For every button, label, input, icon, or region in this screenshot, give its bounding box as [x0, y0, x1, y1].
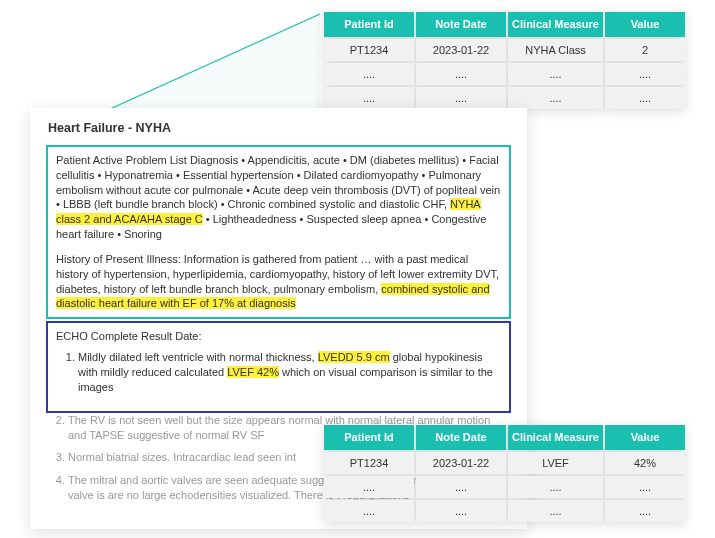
cell-measure: LVEF — [508, 452, 603, 474]
table-row: .... .... .... .... — [324, 63, 685, 85]
extracted-data-table-nyha: Patient Id Note Date Clinical Measure Va… — [322, 10, 687, 111]
document-title: Heart Failure - NYHA — [48, 120, 511, 137]
col-header-value: Value — [605, 425, 685, 450]
cell-value: 2 — [605, 39, 685, 61]
highlight-lvedd: LVEDD 5.9 cm — [318, 351, 390, 363]
source-region-problem-list: Patient Active Problem List Diagnosis • … — [46, 145, 511, 319]
table-row: PT1234 2023-01-22 NYHA Class 2 — [324, 39, 685, 61]
col-header-patient-id: Patient Id — [324, 425, 414, 450]
echo-header: ECHO Complete Result Date: — [56, 329, 501, 344]
cell-note-date: 2023-01-22 — [416, 452, 506, 474]
problem-list-text: Patient Active Problem List Diagnosis • … — [56, 154, 500, 211]
cell-measure: NYHA Class — [508, 39, 603, 61]
col-header-patient-id: Patient Id — [324, 12, 414, 37]
col-header-clinical-measure: Clinical Measure — [508, 12, 603, 37]
problem-list-paragraph: Patient Active Problem List Diagnosis • … — [56, 153, 501, 242]
cell-patient-id: PT1234 — [324, 452, 414, 474]
echo-finding-1: Mildly dilated left ventricle with norma… — [78, 350, 501, 395]
table-row: .... .... .... .... — [324, 87, 685, 109]
hpi-paragraph: History of Present Illness: Information … — [56, 252, 501, 311]
highlight-lvef: LVEF 42% — [227, 366, 279, 378]
col-header-clinical-measure: Clinical Measure — [508, 425, 603, 450]
cell-patient-id: PT1234 — [324, 39, 414, 61]
table-row: PT1234 2023-01-22 LVEF 42% — [324, 452, 685, 474]
col-header-value: Value — [605, 12, 685, 37]
cell-note-date: 2023-01-22 — [416, 39, 506, 61]
extracted-data-table-lvef: Patient Id Note Date Clinical Measure Va… — [322, 423, 687, 524]
col-header-note-date: Note Date — [416, 425, 506, 450]
table-row: .... .... .... .... — [324, 476, 685, 498]
col-header-note-date: Note Date — [416, 12, 506, 37]
cell-value: 42% — [605, 452, 685, 474]
table-row: .... .... .... .... — [324, 500, 685, 522]
source-region-echo: ECHO Complete Result Date: Mildly dilate… — [46, 321, 511, 412]
